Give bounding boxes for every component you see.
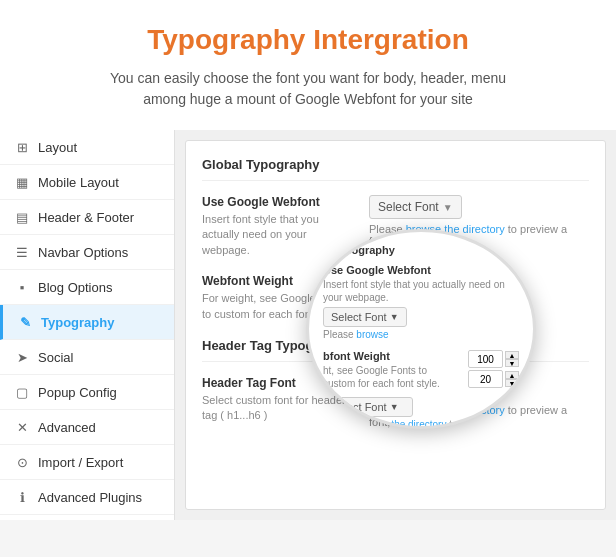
sidebar-item-layout[interactable]: ⊞ Layout (0, 130, 174, 165)
sidebar-item-label: Social (38, 350, 73, 365)
global-typography-title: Global Typography (202, 157, 589, 181)
navbar-icon: ☰ (14, 244, 30, 260)
magnify-select-font-button[interactable]: Select Font ▼ (323, 307, 407, 327)
sidebar-item-label: Header & Footer (38, 210, 134, 225)
page-title: Typography Intergration (40, 24, 576, 56)
magnify-weight-left: bfont Weight ht, see Google Fonts to cus… (323, 350, 460, 393)
sidebar-item-label: Import / Export (38, 455, 123, 470)
magnify-webfont-title: Use Google Webfont (323, 264, 519, 276)
subtitle-line2: among huge a mount of Google Webfont for… (143, 91, 473, 107)
magnify-webfont-row: Use Google Webfont Insert font style tha… (323, 264, 519, 340)
sidebar: ⊞ Layout ▦ Mobile Layout ▤ Header & Foot… (0, 130, 175, 520)
subtitle: You can easily choose the font you want … (40, 68, 576, 110)
popup-icon: ▢ (14, 384, 30, 400)
magnify-weight-val2[interactable]: 20 (468, 370, 503, 388)
sidebar-item-advanced[interactable]: ✕ Advanced (0, 410, 174, 445)
top-section: Typography Intergration You can easily c… (0, 0, 616, 130)
blog-icon: ▪ (14, 279, 30, 295)
magnify-weight-row: bfont Weight ht, see Google Fonts to cus… (323, 350, 519, 393)
sidebar-item-header-footer[interactable]: ▤ Header & Footer (0, 200, 174, 235)
sidebar-item-blog-options[interactable]: ▪ Blog Options (0, 270, 174, 305)
use-google-webfont-desc: Insert font style that you actually need… (202, 212, 357, 258)
sidebar-item-label: Layout (38, 140, 77, 155)
main-content: Global Typography Use Google Webfont Ins… (185, 140, 606, 510)
use-google-webfont-label: Use Google Webfont Insert font style tha… (202, 195, 357, 258)
magnify-weight-desc: ht, see Google Fonts to custom for each … (323, 364, 460, 390)
sidebar-item-mobile-layout[interactable]: ▦ Mobile Layout (0, 165, 174, 200)
social-icon: ➤ (14, 349, 30, 365)
import-export-icon: ⊙ (14, 454, 30, 470)
sidebar-item-label: Popup Config (38, 385, 117, 400)
magnify-dropdown-arrow-icon: ▼ (390, 312, 399, 322)
sidebar-item-advanced-plugins[interactable]: ℹ Advanced Plugins (0, 480, 174, 515)
sidebar-item-label: Advanced Plugins (38, 490, 142, 505)
sidebar-item-label: Typography (41, 315, 114, 330)
sidebar-item-label: Advanced (38, 420, 96, 435)
magnify-spinner-down-1[interactable]: ▼ (505, 359, 519, 367)
magnify-select-font-label: Select Font (331, 311, 387, 323)
sidebar-item-social[interactable]: ➤ Social (0, 340, 174, 375)
advanced-icon: ✕ (14, 419, 30, 435)
header-footer-icon: ▤ (14, 209, 30, 225)
advanced-plugins-icon: ℹ (14, 489, 30, 505)
magnify-webfont-desc: Insert font style that you actually need… (323, 278, 519, 304)
sidebar-item-import-export[interactable]: ⊙ Import / Export (0, 445, 174, 480)
sidebar-item-navbar-options[interactable]: ☰ Navbar Options (0, 235, 174, 270)
header-tag-font-desc: Select custom font for header tag ( h1..… (202, 393, 357, 424)
content-area: ⊞ Layout ▦ Mobile Layout ▤ Header & Foot… (0, 130, 616, 520)
typography-icon: ✎ (17, 314, 33, 330)
subtitle-line1: You can easily choose the font you want … (110, 70, 506, 86)
magnify-bottom-arrow-icon: ▼ (390, 402, 399, 412)
magnify-weight-controls: 100 ▲ ▼ 20 ▲ ▼ (468, 350, 519, 388)
magnify-overlay: n Typography Use Google Webfont Insert f… (306, 229, 536, 429)
magnify-browse-link[interactable]: browse (356, 329, 388, 340)
magnify-spinner-up-1[interactable]: ▲ (505, 351, 519, 359)
sidebar-item-label: Mobile Layout (38, 175, 119, 190)
select-font-label: Select Font (378, 200, 439, 214)
magnify-weight-title: bfont Weight (323, 350, 460, 362)
sidebar-item-label: Navbar Options (38, 245, 128, 260)
magnify-num-row-1: 100 ▲ ▼ (468, 350, 519, 368)
dropdown-arrow-icon: ▼ (443, 202, 453, 213)
mobile-layout-icon: ▦ (14, 174, 30, 190)
layout-icon: ⊞ (14, 139, 30, 155)
sidebar-item-label: Blog Options (38, 280, 112, 295)
sidebar-item-popup-config[interactable]: ▢ Popup Config (0, 375, 174, 410)
magnify-weight-val1[interactable]: 100 (468, 350, 503, 368)
magnify-num-row-2: 20 ▲ ▼ (468, 370, 519, 388)
magnify-spinners-1: ▲ ▼ (505, 351, 519, 367)
magnify-content: n Typography Use Google Webfont Insert f… (309, 232, 533, 429)
magnify-spinner-up-2[interactable]: ▲ (505, 371, 519, 379)
use-google-webfont-title: Use Google Webfont (202, 195, 357, 209)
magnify-browse: Please browse (323, 329, 519, 340)
select-font-button[interactable]: Select Font ▼ (369, 195, 462, 219)
sidebar-item-typography[interactable]: ✎ Typography (0, 305, 174, 340)
